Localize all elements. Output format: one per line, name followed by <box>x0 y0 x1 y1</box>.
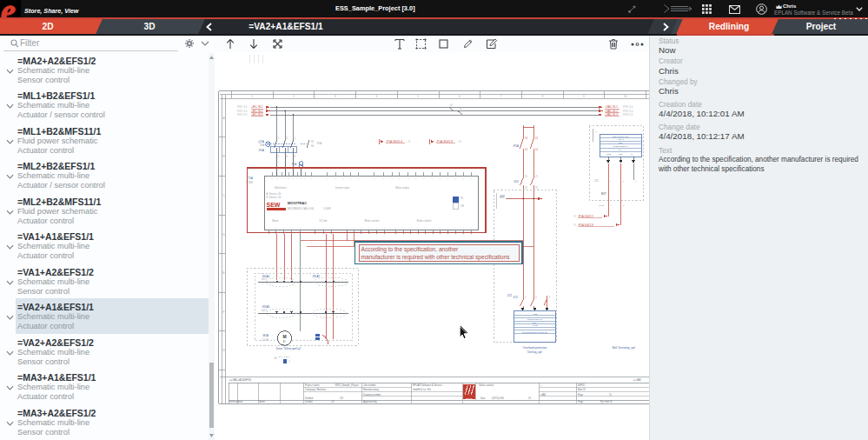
svg-text:21: 21 <box>535 175 538 178</box>
svg-text:Project name:: Project name: <box>305 383 320 387</box>
svg-text:-T1A: -T1A <box>290 163 295 166</box>
svg-text:.: . <box>322 235 323 237</box>
svg-text:-X22: -X22 <box>532 313 537 316</box>
svg-text:Drive ‘TelescopeCyl’: Drive ‘TelescopeCyl’ <box>275 347 301 350</box>
svg-text:B: B <box>222 155 224 158</box>
svg-text:-F1A: -F1A <box>258 149 265 152</box>
svg-text:ON: ON <box>461 204 464 208</box>
svg-text:+VAC-SL2: +VAC-SL2 <box>605 110 618 113</box>
svg-text:PW2 4.6: PW2 4.6 <box>623 105 633 109</box>
svg-text:Page.: Page. <box>578 400 584 403</box>
svg-text:Gate Control Unit: Gate Control Unit <box>612 136 628 138</box>
svg-text:Brake control: Brake control <box>416 219 431 223</box>
svg-text:-P1A-SG22.2: -P1A-SG22.2 <box>578 215 593 218</box>
svg-text:.: . <box>376 235 377 237</box>
svg-text:Inverter input: Inverter input <box>335 186 349 190</box>
svg-text:-K21: -K21 <box>513 296 518 299</box>
svg-text:.: . <box>417 235 418 237</box>
svg-text:Pg. from 30: Pg. from 30 <box>600 400 613 403</box>
svg-text:3: 3 <box>286 137 288 140</box>
svg-text:.: . <box>462 235 463 237</box>
svg-text:-X21: -X21 <box>593 179 599 183</box>
svg-text:+VAC-SL3: +VAC-SL3 <box>605 113 618 117</box>
svg-text:8: 8 <box>541 95 543 98</box>
svg-text:=+VA2+A2&EFS1: =+VA2+A2&EFS1 <box>229 378 252 382</box>
svg-text:2: 2 <box>622 180 624 183</box>
svg-text:95: 95 <box>311 140 314 143</box>
svg-text:Manufacturing: Manufacturing <box>363 388 379 391</box>
svg-text:14: 14 <box>535 148 538 151</box>
svg-text:.: . <box>424 235 425 237</box>
svg-text:SG22: SG22 <box>599 204 605 207</box>
svg-text:96: 96 <box>311 144 314 148</box>
svg-text:‘Drehzg_opt’: ‘Drehzg_opt’ <box>527 350 542 354</box>
svg-text:3: 3 <box>635 180 637 183</box>
svg-text:Bolt ‘Dressing_opt’: Bolt ‘Dressing_opt’ <box>612 346 635 350</box>
svg-text:=+VA2: =+VA2 <box>633 378 641 382</box>
svg-text:3: 3 <box>334 95 335 98</box>
svg-text:+MC-SL2: +MC-SL2 <box>251 110 263 113</box>
svg-text:-T1A: -T1A <box>247 177 254 180</box>
svg-text:E: E <box>222 271 224 275</box>
svg-text:.: . <box>470 235 471 237</box>
svg-text:-W1A5: -W1A5 <box>312 275 321 278</box>
svg-text:21: 21 <box>525 175 527 178</box>
svg-text:Date: Date <box>480 397 486 400</box>
svg-text:Valve control: Valve control <box>479 383 494 387</box>
svg-text:.: . <box>432 235 433 237</box>
svg-text:Page: Page <box>578 393 584 397</box>
svg-text:6: 6 <box>459 95 461 98</box>
svg-text:W22-4: W22-4 <box>532 322 538 323</box>
svg-text:F: F <box>222 310 224 314</box>
svg-text:Blatt 25: Blatt 25 <box>578 388 586 391</box>
svg-text:Electronics: Electronics <box>275 186 287 190</box>
svg-text:-P1A: -P1A <box>512 144 519 148</box>
svg-text:Drafted: Drafted <box>305 397 314 400</box>
svg-text:5: 5 <box>294 137 295 140</box>
svg-text:MFS11-SG22 1-3: MFS11-SG22 1-3 <box>613 145 628 147</box>
svg-text:Company: Machine: Company: Machine <box>305 388 327 391</box>
svg-text:Drafted: Drafted <box>305 400 313 403</box>
svg-text:7: 7 <box>500 95 501 98</box>
svg-text:C: C <box>222 194 225 197</box>
svg-text:15: 15 <box>573 215 576 218</box>
svg-text:MC07B0015-5A3-4-00: MC07B0015-5A3-4-00 <box>288 207 314 210</box>
svg-text:.: . <box>315 235 315 237</box>
svg-text:#: # <box>288 360 290 363</box>
svg-text:.: . <box>368 235 368 237</box>
svg-text:SEW: SEW <box>266 202 280 208</box>
svg-text:G: G <box>222 349 225 352</box>
svg-text:PW1 4.6: PW1 4.6 <box>237 113 248 117</box>
svg-text:B: Service +5k: B: Service +5k <box>266 196 281 199</box>
svg-text:.: . <box>447 235 447 237</box>
svg-text:.: . <box>439 235 440 237</box>
svg-text:ESS_Sample_Project: ESS_Sample_Project <box>335 383 359 387</box>
svg-text:.: . <box>331 235 332 237</box>
svg-text:22: 22 <box>525 186 527 190</box>
svg-text:1: 1 <box>251 95 253 98</box>
svg-text:24V: 24V <box>619 149 622 150</box>
svg-text:.: . <box>361 235 361 237</box>
svg-text:-G1: -G1 <box>273 357 277 360</box>
svg-text:4x1,5: 4x1,5 <box>262 309 268 312</box>
svg-text:: 13: : 13 <box>457 140 461 143</box>
svg-text:CS: CS <box>340 397 343 400</box>
svg-text:.: . <box>402 235 403 237</box>
svg-text:.: . <box>275 235 276 237</box>
svg-text:=VA2: =VA2 <box>540 393 547 397</box>
svg-text:Job number: Job number <box>363 383 376 387</box>
svg-text:CS: CS <box>331 400 335 403</box>
svg-text:-W1A4: -W1A4 <box>262 275 270 278</box>
svg-text:EPLAN Software & Service: EPLAN Software & Service <box>413 383 442 387</box>
svg-text:14: 14 <box>525 148 527 151</box>
svg-text:9: 9 <box>583 95 585 98</box>
svg-text:-X22: -X22 <box>507 294 512 297</box>
svg-text:10: 10 <box>623 95 626 98</box>
svg-text:.: . <box>394 235 395 237</box>
svg-text:1,5 kW: 1,5 kW <box>261 338 268 342</box>
svg-text:Date: Date <box>238 400 243 403</box>
svg-text:Drawing number: Drawing number <box>363 393 381 397</box>
svg-text:4x1,5: 4x1,5 <box>262 277 268 281</box>
svg-text:-A22-A1: -A22-A1 <box>616 138 624 140</box>
svg-text:D: D <box>222 233 225 237</box>
